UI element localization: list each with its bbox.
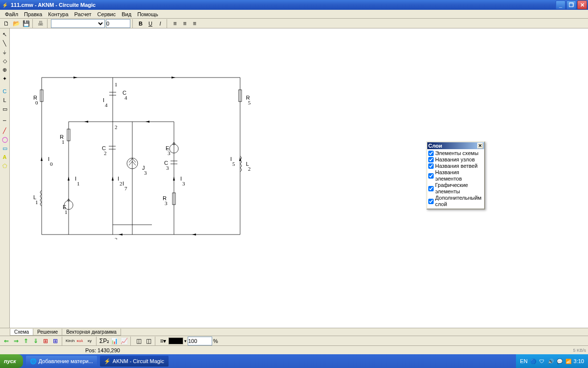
svg-text:5: 5 [248, 100, 251, 105]
layers-panel-close[interactable]: ✕ [477, 143, 483, 149]
tab-solution[interactable]: Решение [33, 329, 62, 336]
calc1-icon[interactable]: 📊 [110, 337, 119, 345]
size-input[interactable] [106, 19, 130, 28]
ground-tool[interactable]: ⏚ [1, 48, 9, 56]
tab-schema[interactable]: Схема [10, 329, 33, 336]
app-icon: ⚡ [104, 358, 111, 365]
canvas[interactable]: 1 2 3 R0 R1 R3 R5 C4 C2 C3 L1 L2 E1 E3 J… [10, 28, 588, 328]
color-picker[interactable] [169, 338, 183, 344]
tray-icon[interactable]: 🔵 [530, 358, 537, 365]
minimize-button[interactable]: _ [556, 0, 565, 9]
layer-item[interactable]: Названия узлов [428, 157, 483, 163]
wire-tool[interactable]: ╲ [1, 39, 9, 47]
layer-checkbox[interactable] [428, 157, 434, 162]
menu-help[interactable]: Помощь [134, 10, 161, 18]
capacitor-tool[interactable]: C [1, 87, 9, 95]
zoom-input[interactable] [188, 337, 212, 345]
font-combo[interactable] [51, 19, 105, 28]
svg-text:I: I [75, 176, 76, 182]
wire2-tool[interactable]: ⎯ [1, 114, 9, 122]
sigma-icon[interactable]: ΣP₂ [100, 337, 109, 345]
inductor-tool[interactable]: L [1, 96, 9, 104]
layer-item[interactable]: Названия элементов [428, 169, 483, 182]
save-button[interactable]: 💾 [22, 19, 30, 28]
grid2-icon[interactable]: ⊞ [51, 337, 60, 345]
svg-marker-17 [192, 234, 196, 236]
layer-item[interactable]: Графические элементы [428, 182, 483, 195]
layer-checkbox[interactable] [428, 163, 434, 169]
tray-icon[interactable]: 🔊 [547, 358, 554, 365]
menubar: Файл Правка Контура Расчет Сервис Вид По… [0, 10, 588, 19]
layer-item[interactable]: Элементы схемы [428, 150, 483, 157]
maximize-button[interactable]: ❐ [566, 0, 576, 9]
lang-indicator[interactable]: EN [520, 358, 527, 364]
tab-vector[interactable]: Векторная диаграмма [62, 329, 121, 336]
opt1-icon[interactable]: ◫ [134, 337, 143, 345]
layer-item[interactable]: Названия ветвей [428, 163, 483, 169]
menu-edit[interactable]: Правка [21, 10, 45, 18]
layers-panel[interactable]: Слои ✕ Элементы схемы Названия узлов Наз… [426, 141, 485, 210]
close-button[interactable]: ✕ [577, 0, 587, 9]
line-tool[interactable]: ╱ [1, 127, 9, 134]
linew-icon[interactable]: ≡▾ [159, 337, 168, 345]
align-left-button[interactable]: ≡ [171, 19, 179, 28]
svg-marker-8 [172, 77, 175, 79]
node-tool[interactable]: ✦ [1, 75, 9, 82]
resistor-tool[interactable]: ▭ [1, 105, 9, 113]
layer-checkbox[interactable] [428, 199, 434, 204]
layer-checkbox[interactable] [428, 173, 434, 179]
circle-tool[interactable]: ◯ [1, 135, 9, 143]
menu-file[interactable]: Файл [2, 10, 21, 18]
taskbar-item[interactable]: ⚡ AKNM - Circuit Magic [100, 356, 169, 367]
svg-marker-9 [41, 157, 43, 161]
rect-tool[interactable]: ▭ [1, 144, 9, 152]
svg-text:4: 4 [124, 95, 127, 101]
layer-checkbox[interactable] [428, 186, 434, 191]
new-button[interactable]: 🗋 [2, 19, 11, 28]
svg-text:7: 7 [124, 185, 127, 191]
opt2-icon[interactable]: ◫ [144, 337, 153, 345]
tray-icon[interactable]: 📶 [565, 358, 572, 365]
underline-button[interactable]: U [146, 19, 155, 28]
calc2-icon[interactable]: 📈 [120, 337, 128, 345]
tray-icon[interactable]: 🛡 [539, 358, 545, 365]
svg-text:3: 3 [166, 165, 169, 171]
clock[interactable]: 3:10 [574, 358, 584, 364]
layers-panel-header[interactable]: Слои ✕ [427, 142, 484, 149]
menu-calc[interactable]: Расчет [72, 10, 95, 18]
arrow-right-icon[interactable]: ⇒ [12, 337, 21, 345]
taskbar-item[interactable]: 🌐 Добавление матери... [26, 356, 97, 367]
print-button[interactable]: 🖶 [36, 19, 45, 28]
svg-text:4: 4 [105, 102, 108, 108]
svg-text:I: I [48, 156, 49, 162]
menu-service[interactable]: Сервис [95, 10, 119, 18]
arrow-up-icon[interactable]: ⇑ [22, 337, 30, 345]
svg-text:1: 1 [62, 139, 65, 145]
grid-icon[interactable]: ⊞ [41, 337, 50, 345]
start-button[interactable]: пуск [0, 354, 23, 368]
source-tool[interactable]: ⊕ [1, 66, 9, 74]
component-tool[interactable]: ◇ [1, 57, 9, 65]
toolbar: 🗋 📂 💾 🖶 B U I ≡ ≡ ≡ [0, 19, 588, 28]
bold-button[interactable]: B [136, 19, 145, 28]
poly-tool[interactable]: ⬠ [1, 162, 9, 170]
pointer-tool[interactable]: ↖ [1, 30, 9, 38]
layer-item[interactable]: Дополнительныйм слой [428, 195, 483, 208]
open-button[interactable]: 📂 [12, 19, 21, 28]
align-center-button[interactable]: ≡ [180, 19, 189, 28]
menu-view[interactable]: Вид [119, 10, 134, 18]
ky-icon[interactable]: κy [85, 337, 94, 345]
italic-button[interactable]: I [156, 19, 165, 28]
svg-text:5: 5 [232, 161, 235, 167]
arrow-down-icon[interactable]: ⇓ [31, 337, 40, 345]
kx-icon[interactable]: κoλ [75, 337, 84, 345]
svg-marker-10 [239, 157, 241, 161]
layer-checkbox[interactable] [428, 151, 434, 156]
arrow-left-icon[interactable]: ⇐ [2, 337, 11, 345]
tray-icon[interactable]: 💬 [556, 358, 563, 365]
system-tray[interactable]: EN 🔵 🛡 🔊 💬 📶 3:10 [516, 354, 588, 368]
menu-contour[interactable]: Контура [45, 10, 71, 18]
kirch-icon[interactable]: Kirch [66, 337, 74, 345]
align-right-button[interactable]: ≡ [190, 19, 199, 28]
text-tool[interactable]: A [1, 153, 9, 161]
